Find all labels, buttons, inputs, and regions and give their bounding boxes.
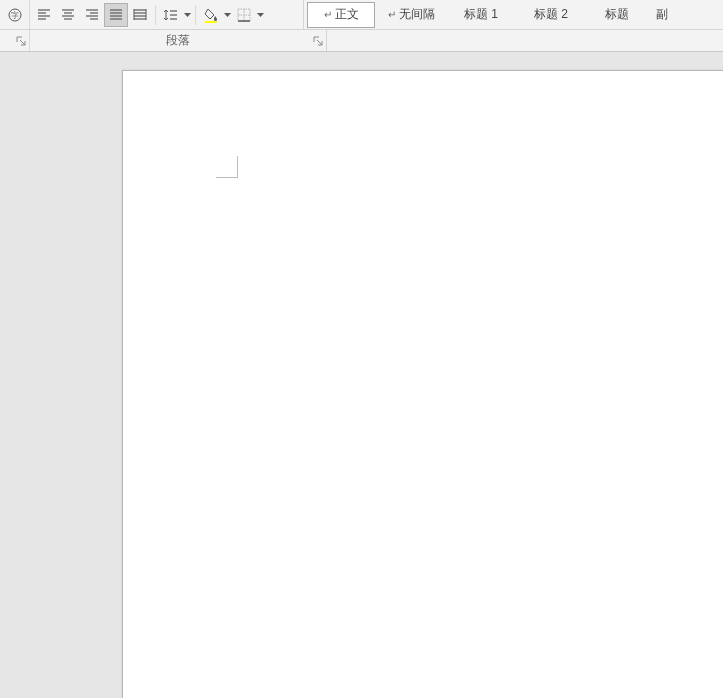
style-no-spacing[interactable]: ↵ 无间隔 bbox=[377, 2, 445, 28]
styles-gallery[interactable]: ↵ 正文 ↵ 无间隔 标题 1 标题 2 标题 副 bbox=[303, 0, 723, 30]
style-title[interactable]: 标题 bbox=[587, 2, 647, 28]
svg-text:字: 字 bbox=[11, 11, 19, 20]
dialog-launcher-icon[interactable] bbox=[16, 35, 26, 49]
document-page[interactable] bbox=[122, 70, 723, 698]
document-area[interactable] bbox=[0, 52, 723, 698]
paragraph-group-buttons bbox=[30, 3, 265, 27]
style-label: 副 bbox=[656, 6, 668, 23]
pilcrow-icon: ↵ bbox=[388, 9, 396, 20]
ribbon-labels-row: 段落 bbox=[0, 30, 723, 52]
style-body-text[interactable]: ↵ 正文 bbox=[307, 2, 375, 28]
separator bbox=[155, 5, 156, 25]
style-label: 无间隔 bbox=[399, 6, 435, 23]
style-heading-2[interactable]: 标题 2 bbox=[517, 2, 585, 28]
style-heading-1[interactable]: 标题 1 bbox=[447, 2, 515, 28]
dialog-launcher-icon[interactable] bbox=[313, 35, 323, 49]
shading-button[interactable] bbox=[199, 3, 223, 27]
align-right-button[interactable] bbox=[80, 3, 104, 27]
styles-group-label-area bbox=[326, 29, 723, 51]
svg-rect-27 bbox=[205, 21, 217, 23]
separator bbox=[195, 5, 196, 25]
pilcrow-icon: ↵ bbox=[324, 9, 332, 20]
shading-dropdown[interactable] bbox=[223, 3, 232, 27]
font-group-trailing: 字 bbox=[0, 0, 30, 30]
style-label: 标题 1 bbox=[464, 6, 498, 23]
borders-button[interactable] bbox=[232, 3, 256, 27]
line-spacing-button[interactable] bbox=[159, 3, 183, 27]
ribbon-row: 字 bbox=[0, 0, 723, 30]
style-label: 正文 bbox=[335, 6, 359, 23]
margin-corner-indicator bbox=[216, 156, 238, 178]
paragraph-group-label-area: 段落 bbox=[30, 29, 326, 51]
enclose-characters-button[interactable]: 字 bbox=[3, 3, 27, 27]
align-justify-button[interactable] bbox=[104, 3, 128, 27]
align-center-button[interactable] bbox=[56, 3, 80, 27]
style-label: 标题 bbox=[605, 6, 629, 23]
borders-dropdown[interactable] bbox=[256, 3, 265, 27]
paragraph-group-label: 段落 bbox=[166, 32, 190, 49]
style-subtitle[interactable]: 副 bbox=[649, 2, 671, 28]
align-distributed-button[interactable] bbox=[128, 3, 152, 27]
font-group-launcher-area bbox=[0, 29, 30, 51]
style-label: 标题 2 bbox=[534, 6, 568, 23]
align-left-button[interactable] bbox=[32, 3, 56, 27]
line-spacing-dropdown[interactable] bbox=[183, 3, 192, 27]
